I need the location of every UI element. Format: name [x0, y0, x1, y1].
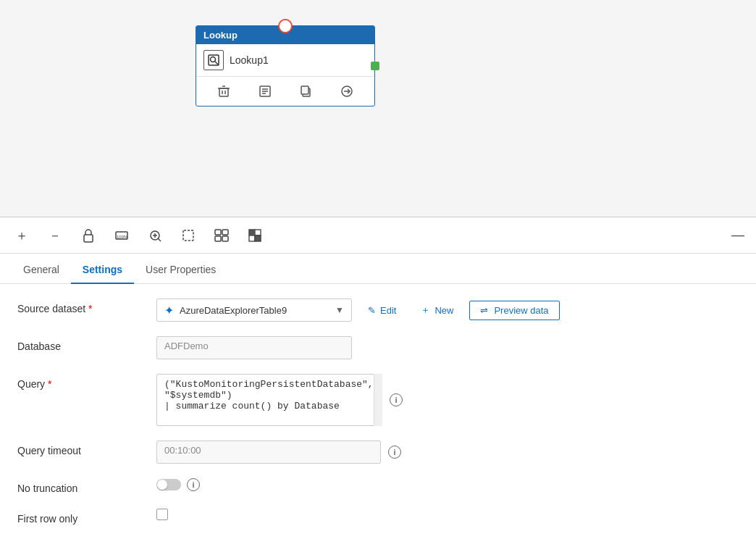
query-label: Query * [17, 374, 148, 390]
no-truncation-toggle-wrap: i [156, 478, 200, 491]
query-timeout-row: Query timeout 00:10:00 i [17, 440, 739, 464]
source-dataset-dropdown[interactable]: ✦ AzureDataExplorerTable9 ▼ [156, 298, 352, 322]
node-name: Lookup1 [230, 54, 269, 66]
source-dataset-label: Source dataset * [17, 298, 148, 314]
query-timeout-input[interactable]: 00:10:00 [156, 440, 381, 464]
first-row-only-control [156, 509, 739, 520]
no-truncation-control: i [156, 478, 739, 491]
lookup-node-actions [196, 77, 374, 106]
dataset-icon: ✦ [164, 304, 174, 317]
svg-rect-30 [249, 235, 255, 241]
database-label: Database [17, 336, 148, 352]
connect-node-button[interactable] [337, 81, 357, 101]
minimize-button[interactable]: — [731, 227, 744, 243]
query-textarea-wrap: ("KustoMonitoringPersistentDatabase", "$… [156, 374, 382, 426]
svg-point-1 [211, 57, 216, 62]
textarea-scrollbar[interactable] [374, 374, 382, 426]
svg-line-20 [158, 238, 161, 241]
svg-rect-16 [84, 235, 93, 242]
svg-rect-26 [215, 236, 221, 241]
query-timeout-info-icon[interactable]: i [388, 446, 401, 459]
tab-settings[interactable]: Settings [71, 256, 134, 284]
select-tool-button[interactable] [178, 225, 198, 246]
zoom-out-button[interactable]: － [45, 225, 65, 246]
query-info-icon[interactable]: i [390, 393, 403, 406]
source-dataset-control: ✦ AzureDataExplorerTable9 ▼ ✎ Edit ＋ New… [156, 298, 739, 322]
svg-line-2 [215, 62, 218, 64]
new-icon: ＋ [421, 304, 430, 317]
query-timeout-label: Query timeout [17, 440, 148, 456]
lookup-node[interactable]: Lookup Lookup1 [196, 25, 375, 107]
dropdown-arrow-icon: ▼ [335, 305, 344, 315]
zoom-in-button[interactable]: ＋ [12, 225, 32, 246]
settings-panel: Source dataset * ✦ AzureDataExplorerTabl… [0, 284, 756, 547]
auto-layout-button[interactable] [211, 225, 232, 246]
tab-user-properties[interactable]: User Properties [134, 256, 227, 284]
zoom-fit-button[interactable] [145, 225, 165, 246]
node-circle-top [278, 19, 293, 33]
svg-rect-25 [222, 230, 228, 235]
svg-rect-31 [255, 235, 261, 241]
database-control: ADFDemo [156, 336, 739, 359]
edit-icon: ✎ [368, 305, 376, 316]
lookup-icon [203, 50, 224, 70]
svg-rect-29 [255, 230, 261, 235]
toolbar: ＋ － 100% [0, 217, 756, 254]
dataset-value: AzureDataExplorerTable9 [180, 305, 329, 316]
database-row: Database ADFDemo [17, 336, 739, 359]
no-truncation-toggle[interactable] [156, 479, 181, 490]
tab-general[interactable]: General [12, 256, 71, 284]
first-row-only-checkbox[interactable] [156, 509, 168, 520]
query-row: Query * ("KustoMonitoringPersistentDatab… [17, 374, 739, 426]
svg-rect-13 [301, 86, 308, 94]
no-truncation-row: No truncation i [17, 478, 739, 494]
svg-rect-28 [249, 230, 255, 235]
settings-node-button[interactable] [255, 81, 275, 101]
source-dataset-row: Source dataset * ✦ AzureDataExplorerTabl… [17, 298, 739, 322]
query-textarea[interactable]: ("KustoMonitoringPersistentDatabase", "$… [156, 374, 382, 426]
node-title: Lookup [203, 30, 238, 41]
edit-button[interactable]: ✎ Edit [359, 301, 405, 320]
database-input: ADFDemo [156, 336, 352, 359]
connector-right [371, 62, 379, 70]
toggle-knob [157, 480, 167, 490]
lock-button[interactable] [78, 225, 98, 246]
svg-rect-27 [222, 236, 228, 241]
svg-text:100%: 100% [117, 235, 128, 239]
tabs: General Settings User Properties [0, 254, 756, 284]
svg-rect-24 [215, 230, 221, 235]
no-truncation-info-icon[interactable]: i [187, 478, 200, 491]
theme-button[interactable] [245, 225, 265, 246]
lookup-node-body: Lookup1 [196, 44, 374, 77]
query-timeout-control: 00:10:00 i [156, 440, 739, 464]
copy-node-button[interactable] [295, 81, 316, 101]
new-button[interactable]: ＋ New [412, 300, 462, 320]
preview-data-button[interactable]: ⇌ Preview data [469, 301, 559, 320]
canvas-area: Lookup Lookup1 [0, 0, 756, 217]
fit-view-button[interactable]: 100% [112, 225, 132, 246]
svg-rect-23 [183, 230, 193, 241]
first-row-only-label: First row only [17, 509, 148, 525]
query-control: ("KustoMonitoringPersistentDatabase", "$… [156, 374, 739, 426]
svg-rect-3 [219, 88, 228, 96]
preview-icon: ⇌ [480, 305, 488, 316]
no-truncation-label: No truncation [17, 478, 148, 494]
first-row-only-row: First row only [17, 509, 739, 525]
delete-node-button[interactable] [214, 81, 234, 101]
